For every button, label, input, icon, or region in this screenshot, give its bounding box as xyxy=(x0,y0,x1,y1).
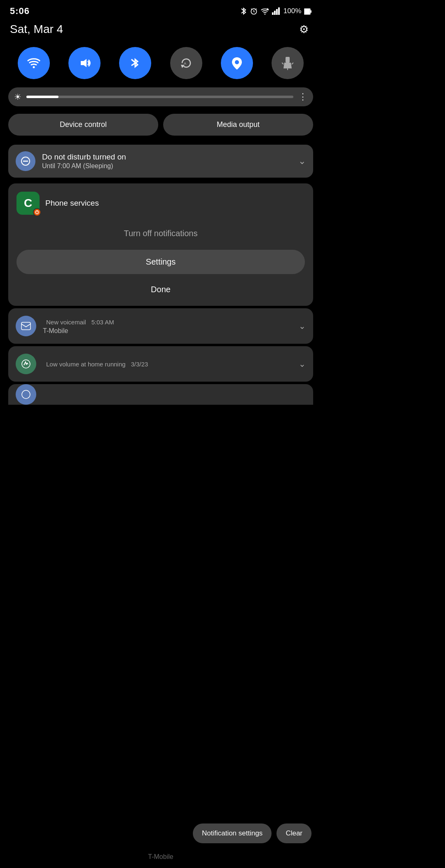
status-time: 5:06 xyxy=(10,6,30,16)
app-icon-badge xyxy=(33,208,41,216)
svg-point-14 xyxy=(235,60,239,64)
dnd-banner[interactable]: Do not disturb turned on Until 7:00 AM (… xyxy=(8,145,313,178)
svg-point-10 xyxy=(33,66,35,68)
media-output-button[interactable]: Media output xyxy=(163,114,313,136)
turn-off-notifications-text[interactable]: Turn off notifications xyxy=(16,225,305,242)
svg-rect-4 xyxy=(274,11,276,15)
auto-rotate-toggle[interactable]: A xyxy=(170,47,202,79)
brightness-icon: ☀ xyxy=(14,92,21,102)
device-control-button[interactable]: Device control xyxy=(8,114,158,136)
svg-point-24 xyxy=(37,213,37,213)
svg-rect-5 xyxy=(276,9,278,15)
voicemail-icon xyxy=(16,316,36,336)
alarm-icon xyxy=(250,7,258,15)
dnd-icon xyxy=(16,151,35,171)
phone-services-app-name: Phone services xyxy=(45,199,99,208)
phone-services-app-icon: C xyxy=(16,192,40,215)
svg-rect-15 xyxy=(286,57,290,63)
phone-services-header: C Phone services xyxy=(16,192,305,215)
svg-rect-9 xyxy=(310,10,312,13)
svg-rect-8 xyxy=(304,9,310,14)
svg-point-27 xyxy=(22,390,30,399)
svg-line-19 xyxy=(292,63,293,64)
wifi-toggle[interactable] xyxy=(18,47,50,79)
svg-text:A: A xyxy=(184,61,186,66)
brightness-track[interactable] xyxy=(26,96,293,98)
control-row: Device control Media output xyxy=(0,112,321,143)
done-button[interactable]: Done xyxy=(16,280,305,299)
voicemail-text: New voicemail 5:03 AM T-Mobile xyxy=(43,318,292,335)
partial-notif-icon xyxy=(16,384,36,405)
voicemail-title: New voicemail 5:03 AM xyxy=(43,318,292,326)
low-volume-notification[interactable]: Low volume at home running 3/3/23 ⌄ xyxy=(8,346,313,382)
low-volume-icon xyxy=(16,354,36,374)
svg-marker-11 xyxy=(81,59,87,67)
wifi-status-icon xyxy=(260,7,269,15)
status-icons: 100% xyxy=(240,7,312,16)
volume-toggle[interactable] xyxy=(68,47,101,79)
brightness-slider-row[interactable]: ☀ ⋮ xyxy=(8,87,313,106)
dnd-subtitle: Until 7:00 AM (Sleeping) xyxy=(42,162,292,170)
brightness-menu-icon[interactable]: ⋮ xyxy=(298,91,307,102)
settings-gear-icon[interactable]: ⚙ xyxy=(296,21,312,37)
svg-point-1 xyxy=(264,14,265,15)
svg-rect-25 xyxy=(21,322,30,330)
low-volume-title: Low volume at home running 3/3/23 xyxy=(43,360,292,368)
brightness-fill xyxy=(26,96,59,98)
svg-rect-3 xyxy=(272,12,274,15)
quick-toggles: A xyxy=(0,44,321,86)
status-bar: 5:06 100% xyxy=(0,0,321,20)
partial-notification xyxy=(8,384,313,405)
date-row: Sat, Mar 4 ⚙ xyxy=(0,20,321,44)
svg-point-2 xyxy=(267,8,269,10)
date-text: Sat, Mar 4 xyxy=(10,23,63,36)
bluetooth-icon xyxy=(240,7,247,16)
notification-settings-inline-button[interactable]: Settings xyxy=(16,250,305,274)
dnd-chevron-icon[interactable]: ⌄ xyxy=(298,156,306,167)
battery-icon: 100% xyxy=(283,7,312,15)
svg-marker-16 xyxy=(283,63,292,68)
signal-icon xyxy=(272,7,281,15)
phone-services-card: C Phone services Turn off notifications … xyxy=(8,183,313,306)
svg-line-18 xyxy=(282,63,283,64)
voicemail-chevron-icon[interactable]: ⌄ xyxy=(299,321,306,331)
voicemail-subtitle: T-Mobile xyxy=(43,327,292,335)
voicemail-notification[interactable]: New voicemail 5:03 AM T-Mobile ⌄ xyxy=(8,308,313,344)
dnd-text: Do not disturb turned on Until 7:00 AM (… xyxy=(42,152,292,170)
location-toggle[interactable] xyxy=(221,47,253,79)
low-volume-text: Low volume at home running 3/3/23 xyxy=(43,360,292,368)
svg-rect-6 xyxy=(278,7,280,15)
dnd-title: Do not disturb turned on xyxy=(42,152,292,162)
low-volume-chevron-icon[interactable]: ⌄ xyxy=(299,359,306,369)
bluetooth-toggle[interactable] xyxy=(119,47,151,79)
flashlight-toggle[interactable] xyxy=(272,47,304,79)
